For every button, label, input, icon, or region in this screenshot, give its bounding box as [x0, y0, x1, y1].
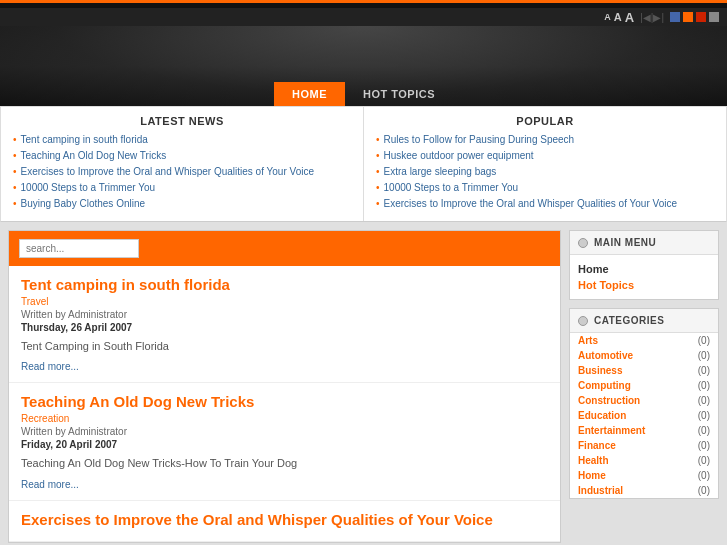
- article-excerpt: Tent Camping in South Florida: [21, 339, 548, 354]
- article-title[interactable]: Tent camping in south florida: [21, 276, 548, 293]
- category-item: Industrial(0): [570, 483, 718, 498]
- category-item: Entertainment(0): [570, 423, 718, 438]
- sidebar-menu-link[interactable]: Home: [578, 261, 710, 277]
- latest-news-item: Teaching An Old Dog New Tricks: [13, 149, 351, 162]
- font-controls: A A A |◀|▶|: [0, 8, 727, 26]
- article-read-more[interactable]: Read more...: [21, 479, 79, 490]
- articles-list: Tent camping in south floridaTravelWritt…: [9, 266, 560, 542]
- category-link[interactable]: Finance: [578, 440, 616, 451]
- popular-news-item: Extra large sleeping bags: [376, 165, 714, 178]
- article-category: Recreation: [21, 413, 548, 424]
- category-count: (0): [698, 470, 710, 481]
- latest-news-link[interactable]: Buying Baby Clothes Online: [21, 197, 146, 210]
- latest-news-link[interactable]: Exercises to Improve the Oral and Whispe…: [21, 165, 314, 178]
- article: Teaching An Old Dog New TricksRecreation…: [9, 383, 560, 500]
- category-link[interactable]: Home: [578, 470, 606, 481]
- category-item: Finance(0): [570, 438, 718, 453]
- article-date: Friday, 20 April 2007: [21, 439, 548, 450]
- category-count: (0): [698, 440, 710, 451]
- font-medium-btn[interactable]: A: [614, 12, 622, 23]
- color-swatch-red[interactable]: [696, 12, 706, 22]
- latest-news-item: Buying Baby Clothes Online: [13, 197, 351, 210]
- color-swatch-gray[interactable]: [709, 12, 719, 22]
- article-meta: Written by Administrator: [21, 426, 548, 437]
- category-link[interactable]: Construction: [578, 395, 640, 406]
- latest-news-link[interactable]: Teaching An Old Dog New Tricks: [21, 149, 167, 162]
- popular-news-link[interactable]: Extra large sleeping bags: [384, 165, 497, 178]
- search-input[interactable]: [19, 239, 139, 258]
- category-item: Home(0): [570, 468, 718, 483]
- sidebar-menu-link[interactable]: Hot Topics: [578, 277, 710, 293]
- category-link[interactable]: Business: [578, 365, 622, 376]
- popular-news-link[interactable]: Rules to Follow for Pausing During Speec…: [384, 133, 575, 146]
- category-count: (0): [698, 425, 710, 436]
- popular-news-item: 10000 Steps to a Trimmer You: [376, 181, 714, 194]
- article-read-more[interactable]: Read more...: [21, 361, 79, 372]
- sidebar-categories-label: CATEGORIES: [594, 315, 664, 326]
- category-item: Business(0): [570, 363, 718, 378]
- category-count: (0): [698, 485, 710, 496]
- category-count: (0): [698, 395, 710, 406]
- popular-news-link[interactable]: 10000 Steps to a Trimmer You: [384, 181, 519, 194]
- category-link[interactable]: Entertainment: [578, 425, 645, 436]
- main-wrapper: Tent camping in south floridaTravelWritt…: [0, 222, 727, 545]
- article-date: Thursday, 26 April 2007: [21, 322, 548, 333]
- category-count: (0): [698, 365, 710, 376]
- sidebar-main-menu-header: MAIN MENU: [570, 231, 718, 255]
- category-item: Computing(0): [570, 378, 718, 393]
- category-link[interactable]: Arts: [578, 335, 598, 346]
- category-link[interactable]: Health: [578, 455, 609, 466]
- sidebar-categories-box: CATEGORIES Arts(0)Automotive(0)Business(…: [569, 308, 719, 499]
- article-meta: Written by Administrator: [21, 309, 548, 320]
- popular-news-col: POPULAR Rules to Follow for Pausing Duri…: [364, 107, 726, 221]
- color-swatch-blue[interactable]: [670, 12, 680, 22]
- category-count: (0): [698, 455, 710, 466]
- sidebar-main-menu-label: MAIN MENU: [594, 237, 656, 248]
- latest-news-item: Tent camping in south florida: [13, 133, 351, 146]
- latest-news-link[interactable]: Tent camping in south florida: [21, 133, 148, 146]
- popular-news-item: Rules to Follow for Pausing During Speec…: [376, 133, 714, 146]
- sidebar-menu-items: HomeHot Topics: [570, 255, 718, 299]
- sidebar: MAIN MENU HomeHot Topics CATEGORIES Arts…: [569, 230, 719, 543]
- color-swatch-orange[interactable]: [683, 12, 693, 22]
- header: HOME HOT TOPICS: [0, 26, 727, 106]
- font-large-btn[interactable]: A: [625, 11, 634, 24]
- article: Tent camping in south floridaTravelWritt…: [9, 266, 560, 383]
- latest-news-item: 10000 Steps to a Trimmer You: [13, 181, 351, 194]
- latest-news-list: Tent camping in south floridaTeaching An…: [13, 133, 351, 210]
- article-excerpt: Teaching An Old Dog New Tricks-How To Tr…: [21, 456, 548, 471]
- popular-news-list: Rules to Follow for Pausing During Speec…: [376, 133, 714, 210]
- article: Exercises to Improve the Oral and Whispe…: [9, 501, 560, 542]
- category-item: Automotive(0): [570, 348, 718, 363]
- sidebar-menu-dot: [578, 238, 588, 248]
- category-link[interactable]: Education: [578, 410, 626, 421]
- popular-news-label: POPULAR: [376, 115, 714, 127]
- popular-news-link[interactable]: Huskee outdoor power equipment: [384, 149, 534, 162]
- category-item: Arts(0): [570, 333, 718, 348]
- category-item: Education(0): [570, 408, 718, 423]
- article-title[interactable]: Teaching An Old Dog New Tricks: [21, 393, 548, 410]
- category-link[interactable]: Computing: [578, 380, 631, 391]
- sidebar-main-menu-box: MAIN MENU HomeHot Topics: [569, 230, 719, 300]
- font-small-btn[interactable]: A: [604, 13, 611, 22]
- category-count: (0): [698, 350, 710, 361]
- popular-news-link[interactable]: Exercises to Improve the Oral and Whispe…: [384, 197, 677, 210]
- category-link[interactable]: Automotive: [578, 350, 633, 361]
- category-count: (0): [698, 380, 710, 391]
- category-link[interactable]: Industrial: [578, 485, 623, 496]
- nav-home[interactable]: HOME: [274, 82, 345, 106]
- popular-news-item: Huskee outdoor power equipment: [376, 149, 714, 162]
- news-bar: LATEST NEWS Tent camping in south florid…: [0, 106, 727, 222]
- category-count: (0): [698, 335, 710, 346]
- search-bar: [9, 231, 560, 266]
- latest-news-item: Exercises to Improve the Oral and Whispe…: [13, 165, 351, 178]
- latest-news-label: LATEST NEWS: [13, 115, 351, 127]
- latest-news-link[interactable]: 10000 Steps to a Trimmer You: [21, 181, 156, 194]
- category-item: Health(0): [570, 453, 718, 468]
- category-item: Construction(0): [570, 393, 718, 408]
- sidebar-categories-header: CATEGORIES: [570, 309, 718, 333]
- popular-news-item: Exercises to Improve the Oral and Whispe…: [376, 197, 714, 210]
- article-title[interactable]: Exercises to Improve the Oral and Whispe…: [21, 511, 548, 528]
- sidebar-categories-list: Arts(0)Automotive(0)Business(0)Computing…: [570, 333, 718, 498]
- nav-hot-topics[interactable]: HOT TOPICS: [345, 82, 453, 106]
